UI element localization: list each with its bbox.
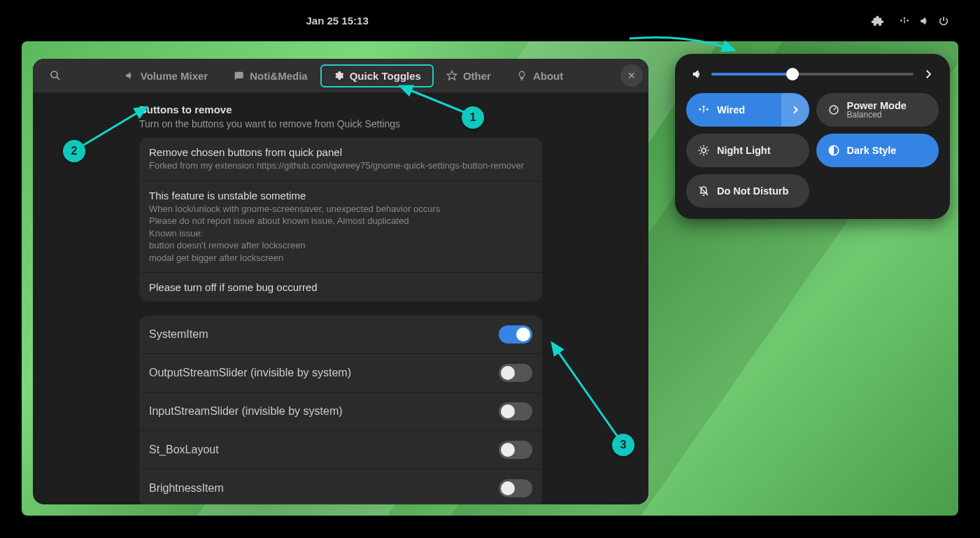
tray-group[interactable] xyxy=(895,13,953,29)
tab-quick-toggles[interactable]: Quick Toggles xyxy=(320,64,434,87)
svg-point-0 xyxy=(51,71,57,78)
network-icon xyxy=(697,104,710,116)
toggle-row-label: St_BoxLayout xyxy=(149,444,219,456)
toggle-label: Dark Style xyxy=(847,145,897,156)
star-icon xyxy=(446,70,457,81)
toggle-row: SystemItem xyxy=(139,316,542,354)
tab-label: Volume Mixer xyxy=(141,70,208,82)
tab-label: Noti&Media xyxy=(250,70,308,82)
quick-toggles-grid: Wired Power Mode Balanced Night Light Da… xyxy=(686,93,939,208)
search-button[interactable] xyxy=(38,69,72,82)
annotation-badge-2: 2 xyxy=(63,140,85,162)
info-row: Please turn off if some bug occurred xyxy=(139,273,542,302)
close-button[interactable]: ✕ xyxy=(620,64,643,87)
toggle-row-label: OutputStreamSlider (invisible by system) xyxy=(149,367,351,379)
tab-label: About xyxy=(533,70,563,82)
toggle-do-not-disturb[interactable]: Do Not Disturb xyxy=(686,174,809,208)
toggle-power-mode[interactable]: Power Mode Balanced xyxy=(816,93,939,127)
volume-icon xyxy=(124,70,135,81)
power-tray-icon xyxy=(938,15,949,27)
toggle-row: InputStreamSlider (invisible by system) xyxy=(139,392,542,431)
toggle-row-label: BrightnessItem xyxy=(149,482,224,495)
volume-slider[interactable] xyxy=(711,73,914,76)
info-title: This feature is unstable sometime xyxy=(149,190,532,201)
toggle-row: St_BoxLayout xyxy=(139,431,542,469)
toggle-text: Power Mode Balanced xyxy=(847,100,907,120)
toggle-switch[interactable] xyxy=(499,479,532,497)
close-icon: ✕ xyxy=(627,70,636,81)
info-title: Please turn off if some bug occurred xyxy=(149,281,532,293)
tab-other[interactable]: Other xyxy=(434,64,504,87)
extension-icon[interactable] xyxy=(871,15,883,27)
tab-bar: Volume Mixer Noti&Media Quick Toggles Ot… xyxy=(33,59,648,92)
info-sub: When lock/unlock with gnome-screensaver,… xyxy=(149,203,532,264)
bulb-icon xyxy=(516,70,527,81)
settings-body: Buttons to remove Turn on the buttons yo… xyxy=(33,92,648,504)
search-icon xyxy=(49,69,62,82)
tab-volume-mixer[interactable]: Volume Mixer xyxy=(111,64,220,87)
network-icon xyxy=(899,15,910,27)
toggle-row: OutputStreamSlider (invisible by system) xyxy=(139,354,542,392)
toggle-label: Wired xyxy=(717,104,745,115)
info-row: Remove chosen buttons from quick panel F… xyxy=(139,138,542,181)
toggle-list: SystemItemOutputStreamSlider (invisible … xyxy=(139,316,542,504)
info-row: This feature is unstable sometime When l… xyxy=(139,181,542,274)
toggle-switch[interactable] xyxy=(499,402,532,420)
system-tray xyxy=(871,0,953,41)
annotation-badge-3: 3 xyxy=(612,434,634,456)
tab-about[interactable]: About xyxy=(504,64,576,87)
toggle-switch[interactable] xyxy=(499,441,532,459)
svg-point-4 xyxy=(702,148,706,153)
toggle-switch[interactable] xyxy=(499,325,532,344)
volume-icon[interactable] xyxy=(690,68,703,80)
wired-expand[interactable] xyxy=(781,93,809,127)
info-sub: Forked from my extension https://github.… xyxy=(149,160,532,172)
gauge-icon xyxy=(828,104,840,116)
contrast-icon xyxy=(828,144,840,157)
sun-icon xyxy=(697,144,710,157)
top-bar: Jan 25 15:13 xyxy=(0,0,980,41)
bell-off-icon xyxy=(697,185,710,197)
volume-row xyxy=(686,65,939,83)
toggle-dark-style[interactable]: Dark Style xyxy=(816,134,939,167)
svg-marker-2 xyxy=(447,71,456,80)
toggle-label: Night Light xyxy=(717,145,771,156)
quick-settings-panel: Wired Power Mode Balanced Night Light Da… xyxy=(675,54,950,219)
toggle-wired[interactable]: Wired xyxy=(686,93,809,127)
volume-tray-icon xyxy=(918,15,930,27)
annotation-badge-1: 1 xyxy=(462,106,484,129)
toggle-label: Do Not Disturb xyxy=(717,185,788,197)
toggle-switch[interactable] xyxy=(499,364,532,382)
toggle-row-label: SystemItem xyxy=(149,328,208,341)
toggle-sublabel: Balanced xyxy=(847,110,907,120)
info-card: Remove chosen buttons from quick panel F… xyxy=(139,138,542,302)
tab-noti-media[interactable]: Noti&Media xyxy=(220,64,320,87)
toggle-row-label: InputStreamSlider (invisible by system) xyxy=(149,405,343,418)
message-icon xyxy=(233,70,244,81)
toggle-row: BrightnessItem xyxy=(139,469,542,504)
clock[interactable]: Jan 25 15:13 xyxy=(306,0,369,41)
svg-line-1 xyxy=(57,77,59,80)
settings-window: Volume Mixer Noti&Media Quick Toggles Ot… xyxy=(33,59,648,504)
info-title: Remove chosen buttons from quick panel xyxy=(149,146,532,158)
chevron-right-icon[interactable] xyxy=(922,68,935,80)
tab-label: Quick Toggles xyxy=(350,70,421,82)
toggle-night-light[interactable]: Night Light xyxy=(686,134,809,167)
gear-icon xyxy=(333,70,344,81)
tab-label: Other xyxy=(463,70,491,82)
